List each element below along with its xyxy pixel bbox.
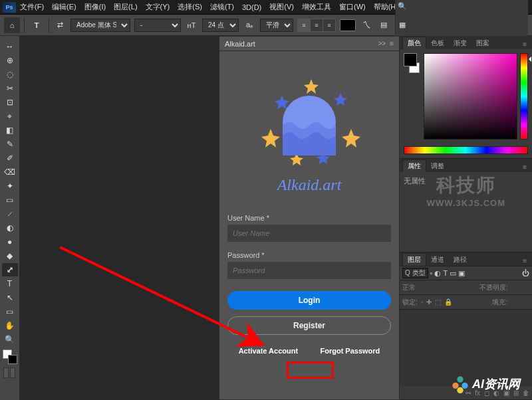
tab-gradient[interactable]: 渐变 (449, 37, 471, 49)
antialias-select[interactable]: 平滑 (260, 19, 293, 32)
lock-position-icon[interactable]: ✚ (426, 298, 432, 306)
tool-eyedropper[interactable]: ◧ (2, 124, 18, 137)
color-panel-menu-icon[interactable]: ≡ (520, 39, 529, 49)
menu-window[interactable]: 窗口(W) (335, 1, 370, 13)
layer-mask-icon[interactable]: ◻ (484, 389, 489, 397)
layers-footer: ⚯ fx ◻ ◐ ▣ ⊞ 🗑 (400, 386, 532, 399)
hue-slider[interactable] (520, 53, 528, 140)
plugin-title: Alkaid.art (225, 40, 255, 48)
tool-stamp[interactable]: ⌫ (2, 165, 18, 179)
options-bar: ⌂ T ⇄ Adobe 黑体 Std - нT 24 点 aₐ 平滑 ≡ ≡ ≡… (0, 15, 532, 36)
tool-healing[interactable]: ✎ (2, 138, 18, 151)
tool-dodge[interactable]: ● (2, 235, 18, 249)
menu-plugins[interactable]: 增效工具 (298, 1, 335, 13)
tab-adjustments[interactable]: 调整 (426, 160, 449, 172)
menu-edit[interactable]: 编辑(E) (48, 1, 80, 13)
new-group-icon[interactable]: ▣ (503, 389, 509, 397)
tool-crop[interactable]: ⊡ (2, 96, 18, 109)
align-right-button[interactable]: ≡ (323, 19, 335, 31)
antialias-icon: aₐ (243, 19, 256, 32)
font-size-select[interactable]: 24 点 (202, 19, 239, 32)
lock-pixels-icon[interactable]: ▫ (421, 298, 424, 306)
link-layers-icon[interactable]: ⚯ (466, 389, 471, 397)
search-icon[interactable]: 🔍 (396, 0, 409, 13)
tab-swatches[interactable]: 色板 (426, 37, 449, 49)
font-style-select[interactable]: - (134, 19, 181, 32)
layers-panel-menu-icon[interactable]: ≡ (520, 256, 529, 266)
delete-layer-icon[interactable]: 🗑 (523, 389, 529, 397)
tool-frame[interactable]: ⌖ (2, 110, 18, 123)
tool-lasso[interactable]: ◌ (2, 68, 18, 81)
workspace-icon[interactable]: ▦ (396, 19, 409, 32)
warp-text-icon[interactable]: 乀 (360, 19, 373, 32)
lock-art-icon[interactable]: ⬚ (435, 298, 441, 306)
quickmask-toggle[interactable] (3, 367, 17, 381)
new-layer-icon[interactable]: ⊞ (513, 389, 519, 397)
blend-mode-select[interactable]: 正常 (402, 283, 432, 292)
align-center-button[interactable]: ≡ (311, 19, 323, 31)
home-button[interactable]: ⌂ (4, 17, 20, 33)
menu-filter[interactable]: 滤镜(T) (206, 1, 238, 13)
filter-type-icon[interactable]: T (443, 269, 448, 277)
tool-history-brush[interactable]: ✦ (2, 179, 18, 193)
tool-zoom[interactable]: ✋ (2, 319, 18, 332)
tool-path[interactable]: T (2, 277, 18, 290)
tool-marquee[interactable]: ⊕ (2, 54, 18, 67)
menu-3d[interactable]: 3D(D) (238, 2, 265, 13)
menu-view[interactable]: 视图(V) (265, 1, 298, 13)
tool-more[interactable]: 🔍 (2, 333, 18, 346)
lock-all-icon[interactable]: 🔒 (444, 298, 452, 306)
tool-blur[interactable]: ◐ (2, 221, 18, 235)
filter-adjust-icon[interactable]: ◐ (434, 269, 441, 278)
layer-fx-icon[interactable]: fx (475, 389, 480, 397)
menu-layer[interactable]: 图层(L) (110, 1, 141, 13)
tool-move[interactable]: ↔ (2, 40, 18, 53)
filter-pixel-icon[interactable]: ▫ (430, 269, 433, 277)
layers-list[interactable] (400, 310, 532, 386)
tab-paths[interactable]: 路径 (449, 254, 471, 266)
font-family-select[interactable]: Adobe 黑体 Std (70, 19, 130, 32)
username-input[interactable] (227, 225, 391, 242)
align-left-button[interactable]: ≡ (298, 19, 310, 31)
plugin-collapse-icon[interactable]: >> (378, 40, 386, 47)
tool-quickselect[interactable]: ✂ (2, 82, 18, 95)
register-button[interactable]: Register (227, 316, 391, 335)
background-swatch[interactable] (8, 355, 17, 364)
menu-select[interactable]: 选择(S) (174, 1, 206, 13)
new-fill-icon[interactable]: ◐ (493, 389, 499, 397)
tool-hand[interactable]: ▭ (2, 305, 18, 318)
menu-file[interactable]: 文件(F) (16, 1, 48, 13)
tab-color[interactable]: 颜色 (402, 37, 426, 49)
filter-smart-icon[interactable]: ▣ (458, 269, 465, 278)
tool-gradient[interactable]: ⟋ (2, 207, 18, 221)
tab-properties[interactable]: 属性 (402, 159, 426, 172)
tool-brush[interactable]: ✐ (2, 151, 18, 165)
filter-shape-icon[interactable]: ▭ (450, 269, 456, 278)
forgot-password-link[interactable]: Forgot Password (320, 347, 380, 355)
text-color-swatch[interactable] (340, 19, 356, 31)
spectrum-strip[interactable] (404, 146, 528, 154)
tab-channels[interactable]: 通道 (426, 254, 449, 266)
canvas-area[interactable]: Alkaid.art >> ≡ (20, 36, 383, 400)
menu-image[interactable]: 图像(I) (80, 1, 110, 13)
color-swatches[interactable] (3, 350, 17, 364)
character-panel-icon[interactable]: ▤ (377, 19, 390, 32)
tool-eraser[interactable]: ▭ (2, 193, 18, 207)
login-button[interactable]: Login (227, 291, 391, 310)
tool-shape[interactable]: ↖ (2, 291, 18, 304)
tool-type[interactable]: ⤢ (2, 263, 18, 276)
tab-pattern[interactable]: 图案 (471, 37, 494, 49)
tab-layers[interactable]: 图层 (402, 253, 426, 266)
color-fg-swatch[interactable] (404, 53, 417, 66)
activate-account-link[interactable]: Activate Account (239, 347, 298, 355)
filter-toggle[interactable]: ⏻ (522, 269, 529, 277)
plugin-titlebar[interactable]: Alkaid.art >> ≡ (219, 37, 399, 51)
layer-filter-kind[interactable]: Q 类型 (402, 268, 428, 278)
orientation-toggle-icon[interactable]: ⇄ (53, 19, 66, 32)
password-input[interactable] (227, 262, 391, 279)
menu-type[interactable]: 文字(Y) (142, 1, 174, 13)
plugin-menu-icon[interactable]: ≡ (390, 40, 394, 47)
properties-panel-menu-icon[interactable]: ≡ (520, 162, 529, 172)
color-field[interactable] (424, 53, 517, 140)
tool-pen[interactable]: ◆ (2, 249, 18, 262)
